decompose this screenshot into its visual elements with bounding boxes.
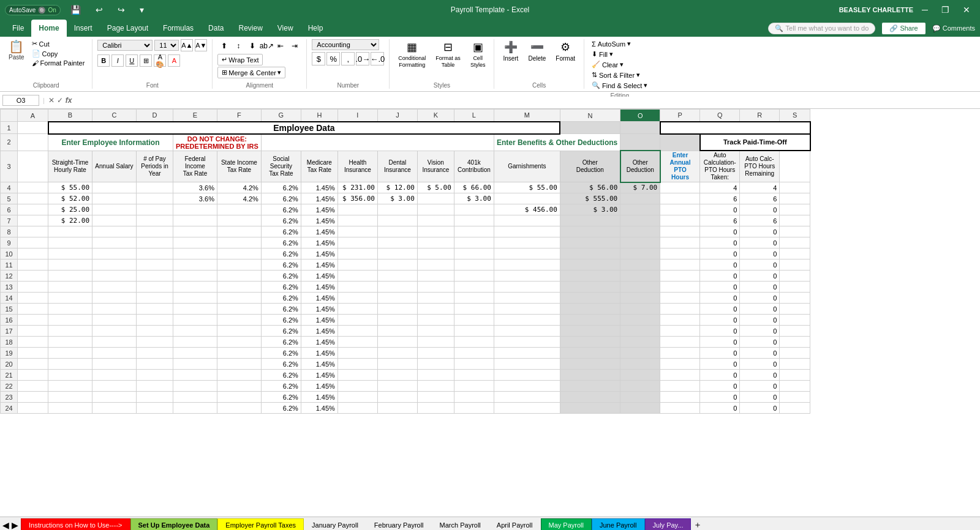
- cell-q3-header[interactable]: AutoCalculation-PTO HoursTaken:: [700, 151, 740, 182]
- add-sheet-button[interactable]: ＋: [693, 520, 702, 531]
- cell-l7[interactable]: [454, 215, 494, 226]
- col-header-s[interactable]: S: [780, 110, 810, 122]
- col-header-d[interactable]: D: [137, 110, 173, 122]
- cell-j15[interactable]: [377, 304, 417, 315]
- cell-c3-header[interactable]: Annual Salary: [92, 151, 137, 182]
- cell-d24[interactable]: [137, 403, 173, 414]
- cell-f16[interactable]: [217, 315, 261, 326]
- cell-q6[interactable]: 0: [700, 204, 740, 215]
- cell-f8[interactable]: [217, 226, 261, 237]
- cell-f9[interactable]: [217, 237, 261, 248]
- col-header-q[interactable]: Q: [700, 110, 740, 122]
- cell-a9[interactable]: [18, 237, 48, 248]
- cell-n11[interactable]: [560, 259, 620, 271]
- scroll-sheets-right[interactable]: ▶: [12, 520, 18, 530]
- cell-b10[interactable]: [48, 248, 92, 259]
- cell-f15[interactable]: [217, 304, 261, 315]
- cell-e6[interactable]: [173, 204, 217, 215]
- cell-s18[interactable]: [780, 337, 810, 348]
- cell-f22[interactable]: [217, 381, 261, 392]
- cell-s19[interactable]: [780, 348, 810, 359]
- row-header-5[interactable]: 5: [1, 193, 18, 204]
- cell-p16[interactable]: [660, 315, 700, 326]
- cell-d11[interactable]: [137, 259, 173, 271]
- cell-c7[interactable]: [92, 215, 137, 226]
- comma-button[interactable]: ,: [341, 52, 355, 65]
- cell-k11[interactable]: [417, 259, 454, 271]
- cell-l12[interactable]: [454, 271, 494, 282]
- cell-k19[interactable]: [417, 348, 454, 359]
- cell-j11[interactable]: [377, 259, 417, 271]
- cell-c14[interactable]: [92, 293, 137, 304]
- cell-j16[interactable]: [377, 315, 417, 326]
- cell-l19[interactable]: [454, 348, 494, 359]
- cell-c21[interactable]: [92, 370, 137, 381]
- col-header-g[interactable]: G: [261, 110, 301, 122]
- sheet-tab-instructions[interactable]: Instructions on How to Use---->: [21, 518, 130, 531]
- cell-s23[interactable]: [780, 392, 810, 403]
- cell-s21[interactable]: [780, 370, 810, 381]
- cell-j22[interactable]: [377, 381, 417, 392]
- cell-i18[interactable]: [337, 337, 377, 348]
- cell-p14[interactable]: [660, 293, 700, 304]
- cell-k7[interactable]: [417, 215, 454, 226]
- cell-k6[interactable]: [417, 204, 454, 215]
- cell-c11[interactable]: [92, 259, 137, 271]
- cell-i15[interactable]: [337, 304, 377, 315]
- cell-l17[interactable]: [454, 326, 494, 337]
- italic-button[interactable]: I: [111, 54, 124, 67]
- cell-p8[interactable]: [660, 226, 700, 237]
- cell-s8[interactable]: [780, 226, 810, 237]
- tab-view[interactable]: View: [270, 20, 301, 37]
- cell-j8[interactable]: [377, 226, 417, 237]
- cell-c18[interactable]: [92, 337, 137, 348]
- cell-a24[interactable]: [18, 403, 48, 414]
- row-header-19[interactable]: 19: [1, 348, 18, 359]
- cell-a4[interactable]: [18, 182, 48, 193]
- tab-insert[interactable]: Insert: [67, 20, 100, 37]
- cell-b24[interactable]: [48, 403, 92, 414]
- cell-h3-header[interactable]: MedicareTax Rate: [301, 151, 337, 182]
- cell-k17[interactable]: [417, 326, 454, 337]
- sheet-tab-march[interactable]: March Payroll: [432, 518, 489, 531]
- cell-g11[interactable]: 6.2%: [261, 259, 301, 271]
- cell-j7[interactable]: [377, 215, 417, 226]
- cell-reference-input[interactable]: [2, 95, 39, 106]
- cell-r22[interactable]: 0: [740, 381, 780, 392]
- col-header-i[interactable]: I: [337, 110, 377, 122]
- cell-g6[interactable]: 6.2%: [261, 204, 301, 215]
- cell-q17[interactable]: 0: [700, 326, 740, 337]
- increase-decimal-button[interactable]: .0→: [356, 52, 369, 65]
- cell-f24[interactable]: [217, 403, 261, 414]
- cell-r17[interactable]: 0: [740, 326, 780, 337]
- tab-data[interactable]: Data: [201, 20, 231, 37]
- cell-l3-header[interactable]: 401kContribution: [454, 151, 494, 182]
- cell-k8[interactable]: [417, 226, 454, 237]
- cell-h7[interactable]: 1.45%: [301, 215, 337, 226]
- cell-m8[interactable]: [494, 226, 560, 237]
- cell-l21[interactable]: [454, 370, 494, 381]
- indent-dec-button[interactable]: ⇤: [274, 39, 287, 53]
- cell-m24[interactable]: [494, 403, 560, 414]
- cell-r9[interactable]: 0: [740, 237, 780, 248]
- cell-c8[interactable]: [92, 226, 137, 237]
- col-header-n[interactable]: N: [560, 110, 620, 122]
- cell-l5[interactable]: $ 3.00: [454, 193, 494, 204]
- cell-q8[interactable]: 0: [700, 226, 740, 237]
- cell-p7[interactable]: [660, 215, 700, 226]
- sheet-tab-may[interactable]: May Payroll: [541, 518, 592, 531]
- cell-l18[interactable]: [454, 337, 494, 348]
- bold-button[interactable]: B: [97, 54, 110, 67]
- cell-k12[interactable]: [417, 271, 454, 282]
- cell-j23[interactable]: [377, 392, 417, 403]
- cell-f7[interactable]: [217, 215, 261, 226]
- cell-m20[interactable]: [494, 359, 560, 370]
- cell-a6[interactable]: [18, 204, 48, 215]
- cell-n4[interactable]: $ 56.00: [560, 182, 620, 193]
- decrease-decimal-button[interactable]: ←.0: [371, 52, 384, 65]
- tab-pagelayout[interactable]: Page Layout: [100, 20, 156, 37]
- sheet-tab-employee-data[interactable]: Set Up Employee Data: [130, 518, 218, 531]
- cell-m10[interactable]: [494, 248, 560, 259]
- cell-q15[interactable]: 0: [700, 304, 740, 315]
- cell-m5[interactable]: [494, 193, 560, 204]
